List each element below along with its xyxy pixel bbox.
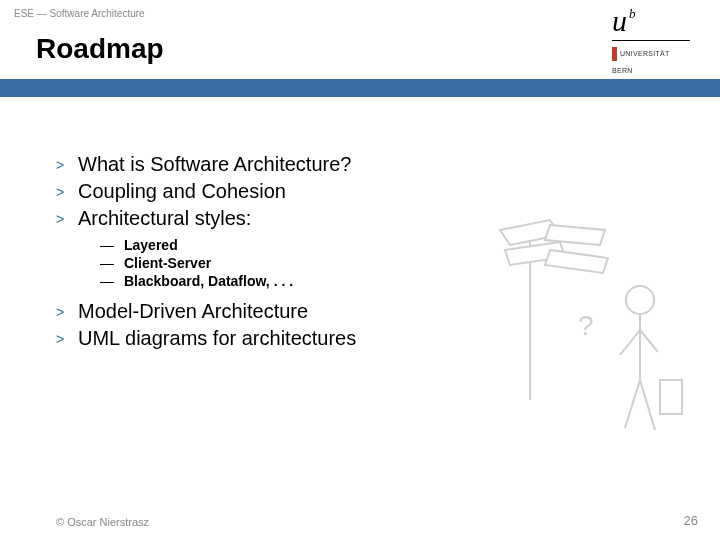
content-area: What is Software Architecture? Coupling … <box>0 97 720 352</box>
list-item: What is Software Architecture? <box>56 151 720 178</box>
copyright-text: © Oscar Nierstrasz <box>56 516 149 528</box>
logo-divider <box>612 40 690 41</box>
logo-university-line1: UNIVERSITÄT <box>612 47 702 61</box>
list-item: Architectural styles: Layered Client-Ser… <box>56 205 720 298</box>
list-subitem: Client-Server <box>100 254 720 272</box>
title-underline-bar <box>0 79 720 97</box>
list-item: Model-Driven Architecture <box>56 298 720 325</box>
list-item: Coupling and Cohesion <box>56 178 720 205</box>
list-item: UML diagrams for architectures <box>56 325 720 352</box>
list-subitem: Layered <box>100 236 720 254</box>
logo-red-block <box>612 47 617 61</box>
roadmap-sublist: Layered Client-Server Blackboard, Datafl… <box>100 236 720 290</box>
roadmap-list: What is Software Architecture? Coupling … <box>56 151 720 352</box>
page-number: 26 <box>684 513 698 528</box>
logo-u-letter: u <box>612 6 627 36</box>
logo-university-line2: BERN <box>612 67 702 74</box>
svg-rect-6 <box>660 380 682 414</box>
list-subitem: Blackboard, Dataflow, . . . <box>100 272 720 290</box>
logo-b-letter: b <box>629 6 636 22</box>
university-logo: u b UNIVERSITÄT BERN <box>612 6 702 74</box>
